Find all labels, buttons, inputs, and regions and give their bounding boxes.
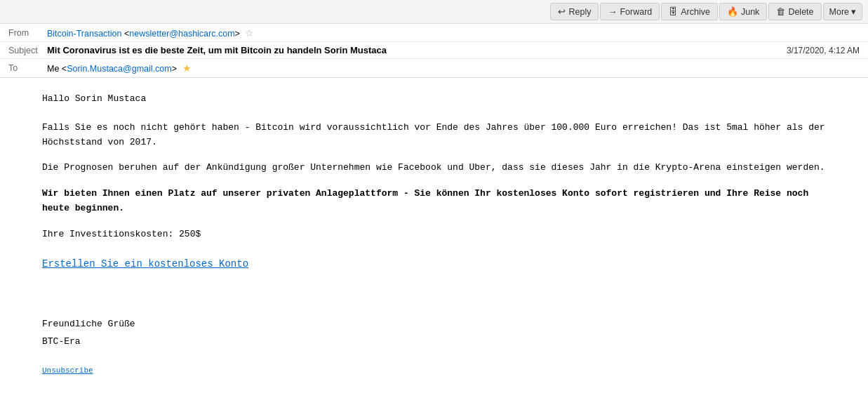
reply-label: Reply <box>568 7 591 17</box>
more-button[interactable]: More ▾ <box>823 3 862 20</box>
archive-button[interactable]: 🗄 Archive <box>661 3 718 20</box>
archive-icon: 🗄 <box>669 6 678 17</box>
junk-button[interactable]: 🔥 Junk <box>719 3 767 20</box>
delete-label: Delete <box>788 7 813 17</box>
chevron-down-icon: ▾ <box>851 6 856 17</box>
email-body: Hallo Sorin Mustaca Falls Sie es noch ni… <box>0 78 868 392</box>
to-label: To <box>8 63 47 73</box>
email-header: From Bitcoin-Transaction <newsletter@has… <box>0 24 868 78</box>
to-name: Me <box>47 64 59 74</box>
signature: Freundliche Grüße <box>42 317 826 332</box>
subject-text: Mit Coronavirus ist es die beste Zeit, u… <box>47 45 773 55</box>
junk-label: Junk <box>741 7 759 17</box>
from-name: Bitcoin-Transaction <box>47 29 122 39</box>
toolbar: ↩ Reply → Forward 🗄 Archive 🔥 Junk 🗑 Del… <box>0 0 868 24</box>
recipient-star-icon[interactable]: ★ <box>182 62 192 74</box>
to-row: To Me <Sorin.Mustaca@gmail.com> ★ <box>0 59 868 77</box>
more-label: More <box>829 7 849 17</box>
delete-icon: 🗑 <box>776 6 785 17</box>
cta-section: Erstellen Sie ein kostenloses Konto <box>42 256 826 272</box>
cta-link[interactable]: Erstellen Sie ein kostenloses Konto <box>42 258 248 270</box>
from-email-bracket-close: > <box>235 29 240 39</box>
forward-label: Forward <box>620 7 652 17</box>
email-date: 3/17/2020, 4:12 AM <box>787 46 860 55</box>
from-value: Bitcoin-Transaction <newsletter@hashicar… <box>47 27 860 39</box>
archive-label: Archive <box>681 7 710 17</box>
forward-icon: → <box>608 6 617 17</box>
junk-icon: 🔥 <box>727 6 738 17</box>
delete-button[interactable]: 🗑 Delete <box>768 3 821 20</box>
sender-star-icon[interactable]: ☆ <box>245 27 254 39</box>
paragraph-3: Wir bieten Ihnen einen Platz auf unserer… <box>42 187 826 216</box>
greeting: Hallo Sorin Mustaca <box>42 92 826 107</box>
from-label: From <box>8 28 47 38</box>
forward-button[interactable]: → Forward <box>600 3 660 20</box>
from-email[interactable]: newsletter@hashicarc.com <box>129 29 234 39</box>
subject-label: Subject <box>8 46 47 55</box>
company: BTC-Era <box>42 335 826 350</box>
subject-row: Subject Mit Coronavirus ist es die beste… <box>0 42 868 59</box>
reply-button[interactable]: ↩ Reply <box>550 3 599 20</box>
reply-icon: ↩ <box>558 6 566 17</box>
to-email[interactable]: Sorin.Mustaca@gmail.com <box>67 64 172 74</box>
investment-text: Ihre Investitionskosten: 250$ <box>42 227 826 242</box>
unsubscribe-link[interactable]: Unsubscribe <box>42 366 93 375</box>
from-row: From Bitcoin-Transaction <newsletter@has… <box>0 24 868 42</box>
to-bracket-close: > <box>172 64 177 74</box>
paragraph-2: Die Prognosen beruhen auf der Ankündigun… <box>42 161 826 175</box>
to-value: Me <Sorin.Mustaca@gmail.com> ★ <box>47 62 860 74</box>
paragraph-1: Falls Sie es noch nicht gehört haben - B… <box>42 121 826 150</box>
